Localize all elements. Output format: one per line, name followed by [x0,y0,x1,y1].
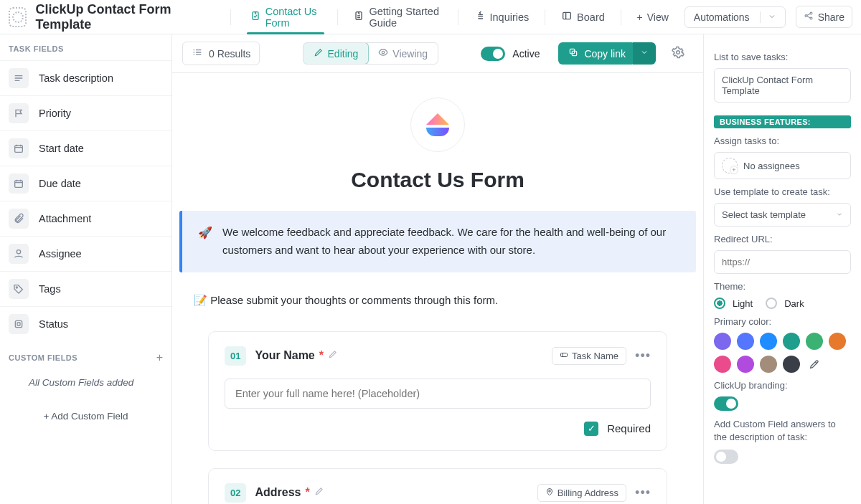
share-button[interactable]: Share [796,6,852,28]
editing-mode-button[interactable]: Editing [303,42,370,65]
field-type-tag[interactable]: Billing Address [537,484,626,502]
field-type-tag[interactable]: Task Name [552,347,626,365]
eyedropper-icon[interactable] [806,356,823,373]
field-status[interactable]: Status [0,306,171,341]
form-subnote[interactable]: 📝 Please submit your thoughts or comment… [194,294,667,307]
field-tags[interactable]: Tags [0,271,171,306]
tab-inquiries[interactable]: Inquiries [464,0,540,34]
tab-label: Getting Started Guide [369,6,441,29]
question-title[interactable]: Your Name * [255,349,543,362]
theme-dark-radio[interactable] [766,298,777,309]
svg-rect-16 [561,353,568,356]
form-editor: 0 Results Editing Viewing Active [172,34,703,504]
results-button[interactable]: 0 Results [182,42,260,65]
question-menu-button[interactable]: ••• [635,348,651,363]
share-label: Share [818,11,844,23]
theme-light-radio[interactable] [714,298,725,309]
required-label: Required [607,422,651,434]
tab-label: Contact Us Form [265,6,321,29]
list-arrow-icon [474,10,486,24]
svg-point-8 [17,250,20,254]
redirect-url-input[interactable] [714,250,851,274]
cf-desc-label: Add Custom Field answers to the descript… [714,418,851,444]
required-checkbox[interactable]: ✓ [584,422,598,436]
primary-color-label: Primary color: [714,316,851,327]
subnote-text: Please submit your thoughts or comments … [210,294,498,306]
top-bar: ClickUp Contact Form Template Contact Us… [0,0,861,34]
settings-button[interactable] [664,46,692,61]
question-menu-button[interactable]: ••• [635,485,651,500]
copy-label: Copy link [584,48,626,60]
list-icon [192,47,203,60]
branding-toggle[interactable] [714,396,738,411]
color-swatch[interactable] [783,333,800,350]
svg-point-15 [677,51,680,54]
question-card[interactable]: 01 Your Name * Task Name ••• [208,331,667,451]
tab-board[interactable]: Board [551,0,615,34]
tag-icon [9,279,29,299]
svg-rect-11 [17,323,20,325]
color-swatch[interactable] [829,333,846,350]
form-logo[interactable] [410,98,465,152]
active-toggle[interactable]: Active [481,47,540,61]
field-start-date[interactable]: Start date [0,130,171,166]
board-icon [561,10,573,24]
color-swatch[interactable] [714,333,731,350]
pencil-icon [328,349,338,362]
custom-fields-header: CUSTOM FIELDS + [0,341,171,371]
field-attachment[interactable]: Attachment [0,201,171,236]
theme-light-label: Light [733,298,753,309]
chevron-down-icon [836,209,843,220]
eye-icon [378,47,388,60]
tab-contact-us-form[interactable]: Contact Us Form [240,0,331,34]
assignee-select[interactable]: No assignees [714,152,851,179]
color-swatch[interactable] [737,356,754,373]
question-title[interactable]: Address * [255,486,528,499]
field-label: Priority [39,108,71,119]
template-label: Use template to create task: [714,186,851,197]
color-swatch[interactable] [714,356,731,373]
destination-list-select[interactable]: ClickUp Contact Form Template [714,68,851,103]
question-number: 01 [225,346,246,366]
color-swatch[interactable] [760,356,777,373]
copy-link-dropdown[interactable] [633,42,656,65]
form-title[interactable]: Contact Us Form [208,168,667,192]
field-label: Task description [39,72,113,84]
question-card[interactable]: 02 Address * Billing Address ••• [208,468,667,505]
add-view-button[interactable]: + View [627,11,679,23]
field-task-description[interactable]: Task description [0,60,171,95]
field-due-date[interactable]: Due date [0,166,171,201]
assign-label: Assign tasks to: [714,135,851,146]
tab-getting-started-guide[interactable]: Getting Started Guide [343,0,451,34]
taskname-icon [560,351,568,361]
form-check-icon [250,10,261,24]
svg-rect-10 [15,320,22,327]
flag-icon [9,103,29,123]
divider [545,9,545,25]
pencil-icon [314,47,324,60]
form-callout[interactable]: 🚀 We welcome feedback and appreciate fee… [179,211,696,272]
add-custom-field-plus-icon[interactable]: + [156,351,163,364]
field-priority[interactable]: Priority [0,95,171,130]
status-icon [9,314,29,334]
pencil-icon [314,486,324,499]
color-swatch[interactable] [806,333,823,350]
field-assignee[interactable]: Assignee [0,236,171,271]
task-template-select[interactable]: Select task template [714,203,851,227]
question-placeholder-input[interactable] [225,379,651,409]
color-swatch[interactable] [737,333,754,350]
viewing-mode-button[interactable]: Viewing [368,43,438,64]
cf-desc-toggle[interactable] [714,450,738,464]
svg-rect-6 [15,146,23,152]
automations-button[interactable]: Automations [684,6,786,28]
copy-link-button[interactable]: Copy link [558,42,636,65]
field-label: Due date [39,178,81,189]
field-label: Start date [39,143,84,154]
form-settings-panel: List to save tasks: ClickUp Contact Form… [703,34,861,504]
add-custom-field-button[interactable]: + Add Custom Field [0,402,171,430]
color-swatch[interactable] [760,333,777,350]
field-label: Status [39,318,68,330]
rocket-icon: 🚀 [198,224,212,260]
color-swatch[interactable] [783,356,800,373]
view-tabs: Contact Us Form Getting Started Guide In… [240,0,679,34]
